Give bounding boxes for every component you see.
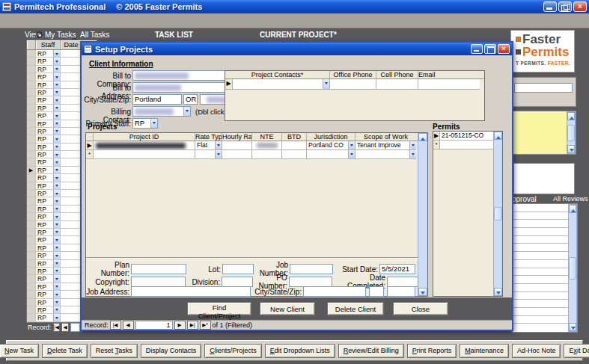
nav-next-button[interactable]: ▶ (174, 321, 186, 330)
column-header-staff[interactable]: Staff (36, 40, 61, 49)
task-staff-cell[interactable]: RP (36, 291, 61, 298)
task-date-cell[interactable] (61, 221, 82, 229)
task-staff-cell[interactable]: RP (36, 105, 61, 112)
task-date-cell[interactable] (61, 89, 82, 96)
task-date-cell[interactable] (61, 73, 82, 81)
review-list-row[interactable] (513, 292, 568, 300)
task-row-selector[interactable] (27, 105, 36, 112)
task-date-cell[interactable] (61, 306, 82, 314)
dropdown-arrow-icon[interactable] (53, 167, 60, 173)
task-row-selector[interactable] (27, 299, 36, 306)
notes-textarea[interactable] (511, 111, 567, 154)
lot-input[interactable] (222, 264, 254, 274)
task-staff-cell[interactable]: RP (36, 73, 61, 81)
task-date-cell[interactable] (61, 182, 82, 190)
task-row-selector[interactable] (27, 128, 36, 135)
review-list-row[interactable] (513, 244, 568, 252)
task-date-cell[interactable] (61, 206, 82, 213)
dropdown-arrow-icon[interactable] (53, 158, 60, 165)
dropdown-arrow-icon[interactable] (53, 128, 60, 135)
task-staff-cell[interactable]: RP (36, 89, 61, 96)
restore-button[interactable] (558, 1, 572, 12)
task-date-cell[interactable] (61, 144, 82, 151)
task-date-cell[interactable] (61, 96, 82, 104)
task-date-cell[interactable] (61, 260, 82, 268)
toolbar-button-new-task[interactable]: New Task (0, 344, 39, 358)
task-date-cell[interactable] (61, 190, 82, 197)
dropdown-arrow-icon[interactable] (53, 135, 60, 142)
task-row-selector[interactable] (27, 58, 36, 65)
cell-phone-cell[interactable] (376, 79, 418, 90)
approval-label-fragment[interactable]: pproval (512, 195, 537, 203)
toolbar-button-edit-dropdown-lists[interactable]: Edit Dropdown Lists (265, 344, 335, 358)
toolbar-button-exit-database[interactable]: Exit Database (564, 344, 589, 358)
dropdown-arrow-icon[interactable] (53, 58, 60, 64)
dropdown-arrow-icon[interactable] (215, 141, 222, 149)
new-client-button[interactable]: New Client (260, 302, 315, 315)
toolbar-button-print-reports[interactable]: Print Reports (407, 344, 457, 358)
scroll-down-icon[interactable] (418, 288, 427, 296)
dropdown-arrow-icon[interactable] (53, 96, 60, 103)
scroll-up-icon[interactable] (494, 132, 502, 140)
task-date-cell[interactable] (61, 268, 82, 275)
record-number-input[interactable]: 1 (135, 321, 173, 330)
scroll-down-icon[interactable] (567, 145, 575, 153)
task-row-selector[interactable] (27, 151, 36, 158)
dropdown-arrow-icon[interactable] (53, 260, 60, 267)
dropdown-arrow-icon[interactable] (150, 119, 157, 128)
close-button[interactable]: × (573, 1, 587, 12)
all-reviews-label[interactable]: All Reviews (553, 195, 588, 203)
task-staff-cell[interactable]: RP (36, 197, 61, 205)
dropdown-arrow-icon[interactable] (53, 314, 60, 321)
task-staff-cell[interactable]: RP (36, 260, 61, 268)
all-tasks-label[interactable]: All Tasks (80, 31, 109, 39)
dropdown-arrow-icon[interactable] (53, 89, 60, 96)
review-list-row[interactable] (513, 300, 568, 308)
task-row-selector[interactable] (27, 268, 36, 275)
task-date-cell[interactable] (61, 314, 82, 321)
city-input[interactable]: Portland (132, 94, 182, 105)
task-date-cell[interactable] (61, 112, 82, 120)
task-row-selector[interactable] (27, 306, 36, 314)
nav-new-record-button[interactable]: ▶* (200, 321, 211, 330)
task-staff-cell[interactable]: RP (36, 50, 61, 58)
task-row-selector[interactable] (27, 229, 36, 236)
scope-of-work-combo-cell[interactable] (355, 150, 416, 159)
task-row-selector[interactable] (27, 283, 36, 291)
task-staff-cell[interactable]: RP (36, 252, 61, 259)
job-state-input[interactable] (369, 286, 384, 297)
task-row-selector[interactable] (27, 291, 36, 298)
hourly-rate-cell[interactable] (222, 150, 252, 159)
row-selector[interactable]: ▶ (225, 79, 233, 90)
task-date-cell[interactable] (61, 151, 82, 158)
toolbar-button-maintenance[interactable]: Maintenance (460, 344, 509, 358)
task-row-selector[interactable] (27, 112, 36, 120)
dropdown-arrow-icon[interactable] (53, 299, 60, 306)
nte-cell[interactable] (252, 150, 282, 159)
dropdown-arrow-icon[interactable] (53, 244, 60, 251)
task-date-cell[interactable] (61, 299, 82, 306)
task-staff-cell[interactable]: RP (36, 306, 61, 314)
dropdown-arrow-icon[interactable] (53, 221, 60, 228)
row-selector[interactable]: ▶ (433, 132, 440, 141)
dropdown-arrow-icon[interactable] (53, 197, 60, 204)
dropdown-arrow-icon[interactable] (53, 275, 60, 282)
dropdown-arrow-icon[interactable] (53, 206, 60, 212)
find-client-project-button[interactable]: Find Client/Project (187, 302, 251, 315)
task-staff-cell[interactable]: RP (36, 135, 61, 143)
task-date-cell[interactable] (61, 213, 82, 220)
toolbar-button-ad-hoc-note[interactable]: Ad-Hoc Note (512, 344, 561, 358)
scroll-thumb[interactable] (567, 125, 575, 141)
copyright-input[interactable] (131, 277, 186, 287)
task-row-selector[interactable] (27, 144, 36, 151)
task-staff-cell[interactable]: RP (36, 299, 61, 306)
task-staff-cell[interactable]: RP (36, 151, 61, 158)
minimize-button[interactable] (543, 1, 557, 12)
task-row-selector[interactable] (27, 120, 36, 128)
scroll-up-icon[interactable] (569, 205, 576, 213)
task-date-cell[interactable] (61, 283, 82, 291)
dropdown-arrow-icon[interactable] (53, 144, 60, 150)
my-tasks-label[interactable]: My Tasks (45, 31, 76, 39)
task-date-cell[interactable] (61, 66, 82, 73)
task-row-selector[interactable] (27, 158, 36, 166)
